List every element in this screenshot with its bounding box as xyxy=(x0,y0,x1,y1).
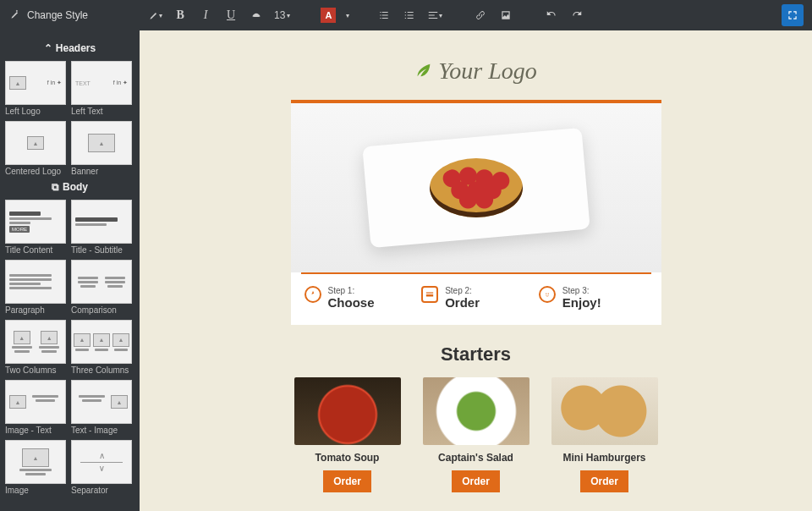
section-heading-starters[interactable]: Starters xyxy=(441,343,511,365)
thumb-image[interactable]: ▲ Image xyxy=(5,440,66,495)
item-mini-hamburgers[interactable]: Mini Hamburgers Order xyxy=(551,377,658,492)
font-size-dropdown[interactable]: 13▾ xyxy=(274,9,290,21)
thumb-left-logo[interactable]: ▲f in ✦ Left Logo xyxy=(5,61,66,116)
thumb-title-subtitle[interactable]: Title - Subtitle xyxy=(71,200,132,255)
text-color-button[interactable]: A xyxy=(321,8,336,23)
toolbar: Change Style ▾ B I U 13▾ A ▾ ▾ xyxy=(0,0,812,30)
redo-button[interactable] xyxy=(569,8,584,23)
item-image[interactable] xyxy=(551,377,658,445)
change-style-button[interactable]: Change Style xyxy=(8,8,88,23)
align-dropdown[interactable]: ▾ xyxy=(427,8,442,23)
wand-icon xyxy=(8,8,20,23)
step-1[interactable]: Step 1:Choose xyxy=(304,286,414,310)
text-color-dropdown[interactable]: ▾ xyxy=(346,12,349,19)
copy-icon: ⧉ xyxy=(52,181,59,193)
thumb-text-image[interactable]: ▲ Text - Image xyxy=(71,380,132,435)
sidebar-section-body: ⧉ Body xyxy=(5,181,134,193)
hero-image[interactable] xyxy=(291,103,661,272)
svg-point-1 xyxy=(547,294,548,294)
item-image[interactable] xyxy=(294,377,401,445)
card-icon xyxy=(421,286,438,303)
bold-button[interactable]: B xyxy=(173,8,188,23)
component-sidebar: ⌃ Headers ▲f in ✦ Left Logo TEXTf in ✦ L… xyxy=(0,30,140,511)
item-tomato-soup[interactable]: Tomato Soup Order xyxy=(294,377,401,492)
thumb-left-text[interactable]: TEXTf in ✦ Left Text xyxy=(71,61,132,116)
sidebar-section-headers: ⌃ Headers xyxy=(5,42,134,54)
step-2[interactable]: Step 2:Order xyxy=(421,286,530,310)
clear-format-button[interactable] xyxy=(249,8,264,23)
change-style-label: Change Style xyxy=(27,9,88,21)
chevron-up-icon: ⌃ xyxy=(44,42,52,54)
starters-row: Tomato Soup Order Captain's Salad Order … xyxy=(294,377,658,492)
italic-button[interactable]: I xyxy=(198,8,213,23)
order-button[interactable]: Order xyxy=(452,470,500,492)
smile-icon xyxy=(539,286,556,303)
logo-text: Your Logo xyxy=(438,58,536,85)
item-image[interactable] xyxy=(423,377,529,445)
ordered-list-button[interactable] xyxy=(402,8,417,23)
undo-button[interactable] xyxy=(544,8,559,23)
image-button[interactable] xyxy=(498,8,513,23)
thumb-separator[interactable]: ∧∧ Separator xyxy=(71,440,132,495)
wand-button[interactable]: ▾ xyxy=(147,8,162,23)
thumb-three-columns[interactable]: ▲▲▲ Three Columns xyxy=(71,320,132,375)
link-button[interactable] xyxy=(473,8,488,23)
thumb-image-text[interactable]: ▲ Image - Text xyxy=(5,380,66,435)
thumb-title-content[interactable]: MORE Title Content xyxy=(5,200,66,255)
thumb-banner[interactable]: ▲ Banner xyxy=(71,121,132,176)
leaf-icon xyxy=(414,61,433,82)
fullscreen-button[interactable] xyxy=(782,4,804,26)
underline-button[interactable]: U xyxy=(223,8,239,23)
thumb-comparison[interactable]: Comparison xyxy=(71,260,132,315)
order-button[interactable]: Order xyxy=(580,470,628,492)
steps-row: Step 1:Choose Step 2:Order Step 3:Enjoy! xyxy=(291,274,661,325)
thumb-centered-logo[interactable]: ▲ Centered Logo xyxy=(5,121,66,176)
template-logo[interactable]: Your Logo xyxy=(414,58,536,85)
thumb-two-columns[interactable]: ▲▲ Two Columns xyxy=(5,320,66,375)
thumb-paragraph[interactable]: Paragraph xyxy=(5,260,66,315)
unordered-list-button[interactable] xyxy=(376,8,392,23)
step-3[interactable]: Step 3:Enjoy! xyxy=(539,286,648,310)
hero-card[interactable]: Step 1:Choose Step 2:Order Step 3:Enjoy! xyxy=(291,100,661,325)
svg-point-0 xyxy=(546,294,546,294)
order-button[interactable]: Order xyxy=(323,470,371,492)
compass-icon xyxy=(304,286,321,303)
item-captains-salad[interactable]: Captain's Salad Order xyxy=(423,377,529,492)
editor-canvas[interactable]: Your Logo Step 1:Choose Step 2:Order xyxy=(140,30,812,511)
